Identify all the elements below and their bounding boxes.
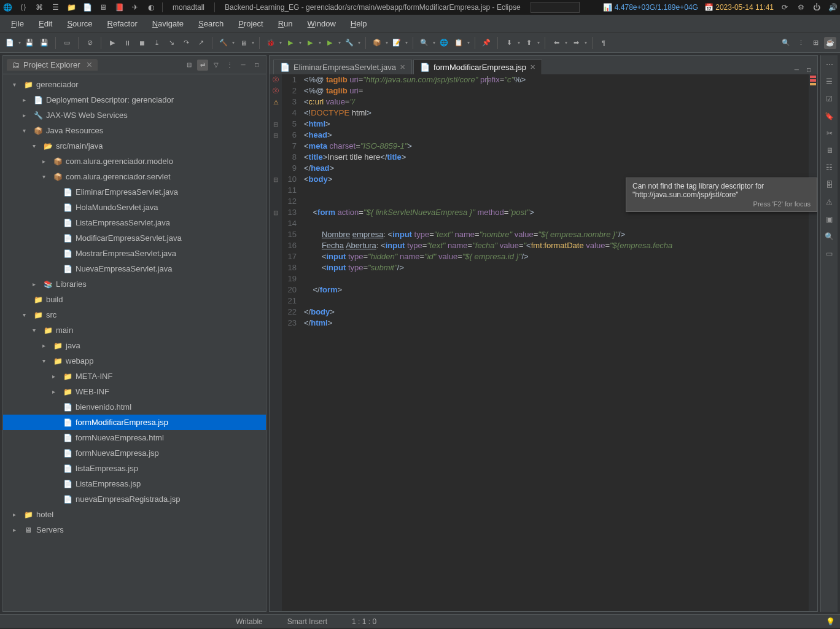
step-over-button[interactable]: ↷ — [180, 37, 192, 49]
eclipse-icon[interactable]: ◐ — [146, 2, 156, 12]
java-ee-perspective-button[interactable]: ☕ — [824, 37, 836, 49]
logout-icon[interactable]: ⏻ — [812, 2, 822, 12]
skip-breakpoints-button[interactable]: ⊘ — [84, 37, 96, 49]
split-icon[interactable]: ☰ — [50, 2, 60, 12]
pin-button[interactable]: 📌 — [480, 37, 492, 49]
chevron-icon[interactable]: ▾ — [23, 311, 33, 318]
project-tree[interactable]: ▾📁gerenciador▸📄Deployment Descriptor: ge… — [3, 74, 266, 611]
menu-edit[interactable]: Edit — [33, 17, 58, 31]
bookmarks-icon[interactable]: 🔖 — [824, 111, 835, 122]
tree-item[interactable]: ▸📁java — [3, 338, 266, 353]
tree-item[interactable]: ▾📂src/main/java — [3, 138, 266, 154]
chevron-icon[interactable]: ▸ — [23, 112, 33, 119]
menu-refactor[interactable]: Refactor — [101, 17, 144, 31]
tree-item[interactable]: 📄ModificarEmpresaServlet.java — [3, 230, 266, 246]
terminate-button[interactable]: ⏹ — [136, 37, 148, 49]
show-whitespace-button[interactable]: ¶ — [597, 37, 610, 49]
next-annotation-button[interactable]: ⬇ — [503, 37, 515, 49]
menu-search[interactable]: Search — [192, 17, 230, 31]
new-button[interactable]: 📄 — [4, 37, 16, 49]
filter-button[interactable]: ▽ — [211, 60, 222, 71]
save-button[interactable]: 💾 — [23, 37, 36, 49]
perspective-button[interactable]: ⊞ — [809, 37, 822, 49]
outline-icon[interactable]: ☰ — [824, 76, 835, 87]
project-explorer-tab[interactable]: 🗂 Project Explorer ✕ — [7, 59, 98, 71]
tree-item[interactable]: ▸🖥Servers — [3, 522, 266, 537]
code-editor[interactable]: ⓧⓧ⚠⊟⊟⊟⊟ 12345678910111213141516171819202… — [270, 74, 817, 611]
servers-icon[interactable]: 🖥 — [824, 145, 835, 156]
open-type-button[interactable]: 🔍 — [418, 37, 430, 49]
settings-icon[interactable]: ⚙ — [796, 2, 806, 12]
open-browser-button[interactable]: 🌐 — [438, 37, 450, 49]
chevron-icon[interactable]: ▾ — [23, 127, 33, 134]
menu-source[interactable]: Source — [61, 17, 98, 31]
view-menu-button[interactable]: ⋮ — [224, 60, 235, 71]
close-icon[interactable]: ✕ — [400, 63, 405, 71]
tree-item[interactable]: ▾📦com.alura.gerenciador.servlet — [3, 169, 266, 184]
chevron-icon[interactable]: ▾ — [33, 327, 42, 334]
menu-help[interactable]: Help — [344, 17, 373, 31]
tree-item[interactable]: 📄listaEmpresas.jsp — [3, 461, 266, 476]
minimize-icon[interactable]: ⋯ — [824, 59, 835, 70]
tree-item[interactable]: 📄formNuevaEmpresa.jsp — [3, 445, 266, 461]
run-button[interactable]: ▶ — [284, 37, 297, 49]
tree-item[interactable]: 📄nuevaEmpresaRegistrada.jsp — [3, 491, 266, 507]
chevron-icon[interactable]: ▸ — [52, 388, 62, 395]
search-results-icon[interactable]: 🔍 — [824, 231, 835, 242]
search-toolbar-button[interactable]: 🔍 — [780, 37, 792, 49]
menu-run[interactable]: Run — [272, 17, 299, 31]
chevron-icon[interactable]: ▸ — [13, 511, 23, 518]
chevron-icon[interactable]: ▸ — [42, 158, 52, 165]
resume-button[interactable]: ▶ — [106, 37, 119, 49]
tree-item[interactable]: 📄ListaEmpresasServlet.java — [3, 215, 266, 230]
snippets-icon[interactable]: ✂ — [824, 128, 835, 139]
book-icon[interactable]: 📕 — [114, 2, 124, 12]
data-source-icon[interactable]: 🗄 — [824, 179, 835, 190]
tree-item[interactable]: ▸📚Libraries — [3, 276, 266, 292]
chevron-icon[interactable]: ▾ — [13, 81, 23, 88]
tree-item[interactable]: ▸🔧JAX-WS Web Services — [3, 107, 266, 123]
debug-button[interactable]: 🐞 — [265, 37, 277, 49]
chevron-icon[interactable]: ▾ — [33, 143, 42, 149]
chevron-icon[interactable]: ▾ — [42, 173, 52, 180]
toggle-breadcrumb-button[interactable]: ▭ — [61, 37, 73, 49]
close-icon[interactable]: ✕ — [530, 63, 535, 71]
maximize-view-button[interactable]: □ — [251, 60, 262, 71]
tree-item[interactable]: ▾📁main — [3, 322, 266, 338]
collapse-all-button[interactable]: ⊟ — [184, 60, 195, 71]
step-return-button[interactable]: ↗ — [195, 37, 207, 49]
tree-item[interactable]: 📄MostrarEmpresaServlet.java — [3, 246, 266, 261]
disconnect-button[interactable]: ⤓ — [150, 37, 163, 49]
new-package-button[interactable]: 📦 — [371, 37, 383, 49]
menu-navigate[interactable]: Navigate — [146, 17, 190, 31]
terminal-icon[interactable]: ▭ — [824, 248, 835, 259]
properties-icon[interactable]: ☷ — [824, 162, 835, 173]
document-icon[interactable]: 📄 — [82, 2, 92, 12]
tree-item[interactable]: ▸📄Deployment Descriptor: gerenciador — [3, 92, 266, 107]
menu-file[interactable]: File — [5, 17, 30, 31]
tree-item[interactable]: ▸📁WEB-INF — [3, 384, 266, 399]
chevron-icon[interactable]: ▸ — [52, 373, 62, 380]
monitor-icon[interactable]: 🖥 — [98, 2, 108, 12]
toggle-toolbar-button[interactable]: ⋮ — [795, 37, 807, 49]
tree-item[interactable]: 📁build — [3, 292, 266, 307]
refresh-icon[interactable]: ⟳ — [780, 2, 790, 12]
console-icon[interactable]: ▣ — [824, 214, 835, 225]
tree-item[interactable]: 📄formModificarEmpresa.jsp — [3, 415, 266, 430]
coverage-button[interactable]: ▶ — [304, 37, 316, 49]
folder-icon[interactable]: 📁 — [66, 2, 76, 12]
open-task-button[interactable]: 📋 — [453, 37, 465, 49]
terminal-icon[interactable]: ⌘ — [34, 2, 44, 12]
tree-item[interactable]: ▾📦Java Resources — [3, 123, 266, 138]
new-class-button[interactable]: 📝 — [391, 37, 403, 49]
tree-item[interactable]: ▾📁src — [3, 307, 266, 322]
suspend-button[interactable]: ⏸ — [121, 37, 133, 49]
minimize-editor-button[interactable]: ─ — [791, 64, 801, 74]
menu-project[interactable]: Project — [232, 17, 269, 31]
new-server-button[interactable]: 🖥 — [237, 37, 249, 49]
tree-item[interactable]: 📄NuevaEmpresaServlet.java — [3, 261, 266, 276]
tree-item[interactable]: 📄formNuevaEmpresa.html — [3, 430, 266, 445]
tree-item[interactable]: ▸📁hotel — [3, 507, 266, 522]
tree-item[interactable]: 📄HolaMundoServlet.java — [3, 200, 266, 215]
task-list-icon[interactable]: ☑ — [824, 93, 835, 104]
